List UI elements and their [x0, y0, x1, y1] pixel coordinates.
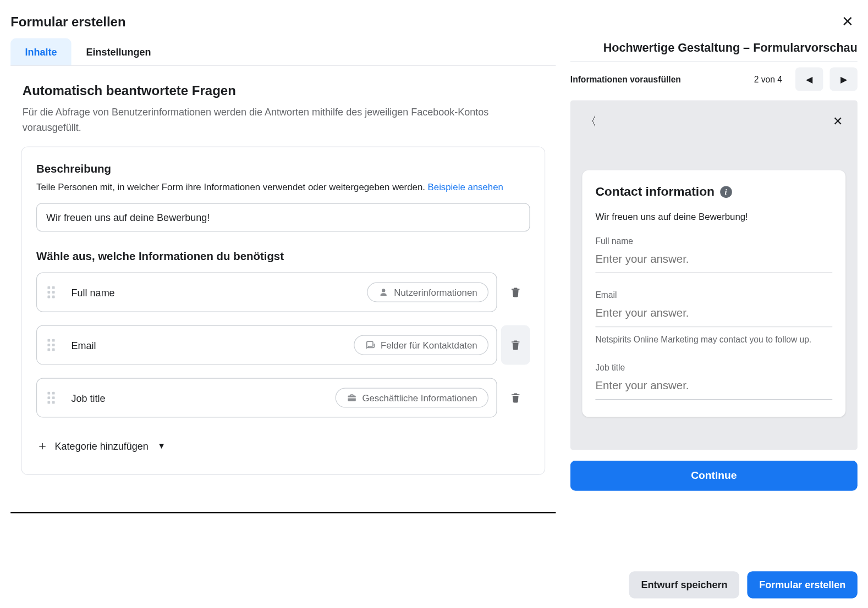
- description-card: Beschreibung Teile Personen mit, in welc…: [21, 146, 545, 475]
- pager-prev-button[interactable]: ◀: [795, 67, 823, 91]
- chat-icon: [365, 340, 375, 350]
- preview-title: Hochwertige Gestaltung – Formularvorscha…: [570, 41, 858, 54]
- trash-icon: [509, 286, 521, 299]
- delete-field-button[interactable]: [501, 325, 530, 365]
- field-box[interactable]: Job title Geschäftliche Informationen: [36, 378, 497, 418]
- save-draft-button[interactable]: Entwurf speichern: [629, 571, 739, 598]
- briefcase-icon: [347, 393, 357, 403]
- divider: [10, 512, 556, 513]
- description-input[interactable]: [36, 203, 530, 232]
- trash-icon: [509, 339, 521, 351]
- preview-field-label: Email: [595, 290, 832, 300]
- field-row-email: Email Felder für Kontaktdaten: [36, 325, 530, 365]
- close-icon[interactable]: ✕: [833, 114, 843, 129]
- drag-handle-icon[interactable]: [47, 392, 57, 404]
- field-label: Full name: [72, 286, 367, 297]
- description-text: Teile Personen mit, in welcher Form ihre…: [36, 181, 428, 192]
- create-form-button[interactable]: Formular erstellen: [748, 571, 858, 598]
- pager-next-button[interactable]: ▶: [829, 67, 857, 91]
- field-chip-contact: Felder für Kontaktdaten: [354, 335, 488, 355]
- preview-field-label: Job title: [595, 363, 832, 373]
- select-info-heading: Wähle aus, welche Informationen du benöt…: [36, 250, 530, 263]
- contact-card: Contact information i Wir freuen uns auf…: [582, 170, 845, 417]
- info-icon[interactable]: i: [720, 186, 732, 198]
- add-category-button[interactable]: ＋ Kategorie hinzufügen ▼: [36, 436, 166, 456]
- preview-field-hint: Netspirits Online Marketing may contact …: [595, 334, 832, 346]
- drag-handle-icon[interactable]: [47, 286, 57, 299]
- delete-field-button[interactable]: [501, 273, 530, 312]
- pager-position: 2 von 4: [754, 74, 782, 84]
- examples-link[interactable]: Beispiele ansehen: [428, 181, 503, 192]
- field-box[interactable]: Email Felder für Kontaktdaten: [36, 325, 497, 365]
- page-title: Formular erstellen: [10, 14, 125, 30]
- delete-field-button[interactable]: [501, 378, 530, 418]
- section-title: Automatisch beantwortete Fragen: [23, 83, 544, 98]
- close-icon[interactable]: ✕: [839, 12, 856, 32]
- tab-settings[interactable]: Einstellungen: [72, 38, 166, 65]
- preview-field-input[interactable]: [595, 307, 832, 327]
- field-label: Job title: [72, 392, 336, 403]
- caret-right-icon: ▶: [840, 74, 847, 84]
- tab-content[interactable]: Inhalte: [10, 38, 72, 65]
- back-icon[interactable]: 〈: [585, 113, 597, 129]
- section-subtitle: Für die Abfrage von Benutzerinformatione…: [23, 105, 544, 135]
- chevron-down-icon: ▼: [158, 441, 166, 451]
- preview-field-label: Full name: [595, 236, 832, 246]
- caret-left-icon: ◀: [806, 74, 812, 84]
- field-chip-business: Geschäftliche Informationen: [335, 388, 488, 408]
- contact-description: Wir freuen uns auf deine Bewerbung!: [595, 211, 832, 222]
- pager-label: Informationen vorausfüllen: [570, 74, 748, 84]
- divider: [570, 62, 858, 62]
- plus-icon: ＋: [36, 440, 48, 452]
- field-label: Email: [72, 339, 354, 350]
- field-row-fullname: Full name Nutzerinformationen: [36, 273, 530, 312]
- preview-field-input[interactable]: [595, 379, 832, 400]
- field-chip-user: Nutzerinformationen: [367, 283, 488, 302]
- user-icon: [378, 287, 389, 297]
- drag-handle-icon[interactable]: [47, 339, 57, 351]
- field-row-jobtitle: Job title Geschäftliche Informationen: [36, 378, 530, 418]
- continue-button[interactable]: Continue: [570, 461, 858, 491]
- tab-bar: Inhalte Einstellungen: [10, 38, 556, 66]
- phone-preview: 〈 ✕ Contact information i Wir freuen uns…: [570, 100, 858, 450]
- field-box[interactable]: Full name Nutzerinformationen: [36, 273, 497, 312]
- contact-title: Contact information: [595, 185, 715, 199]
- description-heading: Beschreibung: [36, 163, 530, 176]
- trash-icon: [509, 392, 521, 404]
- preview-field-input[interactable]: [595, 253, 832, 273]
